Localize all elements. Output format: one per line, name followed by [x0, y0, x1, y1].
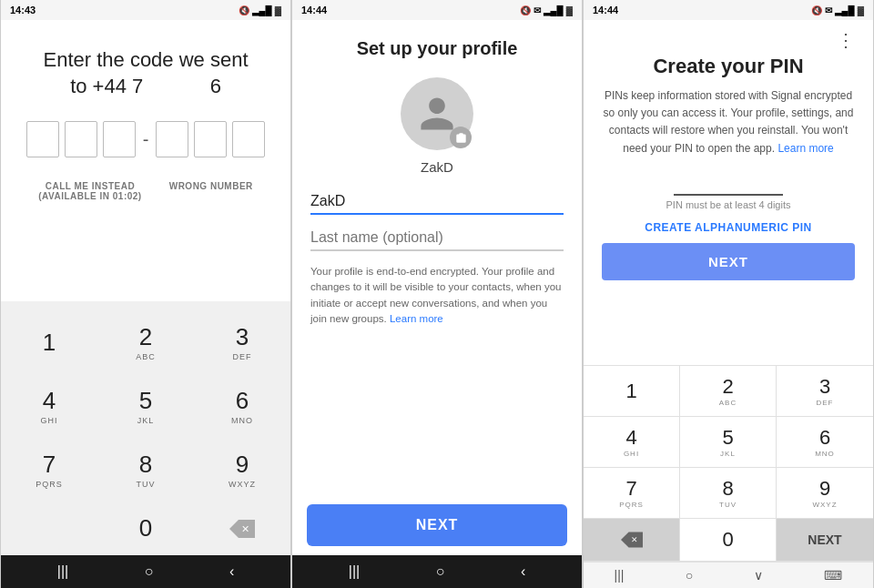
pin-digit: 8: [722, 477, 733, 501]
key-8[interactable]: 8TUV: [97, 438, 194, 502]
call-me-button[interactable]: CALL ME INSTEAD (AVAILABLE IN 01:02): [38, 181, 142, 201]
alphanumeric-link[interactable]: CREATE ALPHANUMERIC PIN: [645, 221, 812, 234]
pin-key-4[interactable]: 4 GHI: [584, 417, 680, 468]
wifi-icon-2: ▂▄█: [544, 5, 564, 15]
key-4[interactable]: 4GHI: [1, 374, 97, 438]
pin-digit: 9: [819, 477, 830, 501]
code-box-2[interactable]: [65, 121, 97, 157]
key-2[interactable]: 2ABC: [97, 310, 194, 374]
backspace-icon: ✕: [621, 532, 643, 548]
learn-more-link[interactable]: Learn more: [390, 313, 443, 324]
next-button-2[interactable]: NEXT: [307, 504, 567, 546]
code-box-3[interactable]: [103, 121, 136, 157]
nav-home-icon-2[interactable]: ○: [436, 563, 445, 580]
svg-text:✕: ✕: [630, 534, 637, 544]
profile-note: Your profile is end-to-end encrypted. Yo…: [310, 264, 564, 327]
pin-digit: 7: [625, 477, 636, 501]
wrong-number-button[interactable]: WRONG NUMBER: [169, 181, 253, 201]
pin-letters: TUV: [719, 501, 737, 509]
status-icons-2: 🔇 ✉ ▂▄█ ▓: [520, 5, 573, 15]
code-inputs: -: [26, 121, 266, 157]
key-6[interactable]: 6MNO: [194, 374, 290, 438]
pin-digit: 1: [625, 380, 636, 403]
pin-content: ⋮ Create your PIN PINs keep information …: [584, 20, 873, 365]
key-5[interactable]: 5JKL: [97, 374, 194, 438]
last-name-input[interactable]: [310, 226, 564, 251]
wifi-icon: ▂▄█: [252, 5, 272, 15]
profile-content: Set up your profile ZakD Your profile is…: [292, 20, 582, 495]
nav-back-icon-2[interactable]: ‹: [521, 563, 525, 580]
silent-icon-3: 🔇: [811, 5, 822, 15]
code-box-5[interactable]: [194, 121, 227, 157]
pin-key-9[interactable]: 9 WXYZ: [777, 468, 873, 519]
key-7[interactable]: 7PQRS: [1, 438, 97, 502]
pin-letters: JKL: [720, 450, 736, 458]
phone-verification: 14:43 🔇 ▂▄█ ▓ Enter the code we sent to …: [0, 0, 291, 588]
key-1[interactable]: 1: [1, 310, 97, 374]
pin-hint: PIN must be at least 4 digits: [666, 199, 791, 210]
verification-title: Enter the code we sent to +44 7 6: [43, 47, 248, 99]
pin-description: PINs keep information stored with Signal…: [602, 87, 855, 157]
pin-next-key[interactable]: NEXT: [777, 519, 873, 562]
notification-icon-3: ✉: [825, 5, 832, 15]
time-3: 14:44: [593, 5, 618, 15]
nav-keyboard-icon[interactable]: ⌨: [824, 568, 842, 583]
more-options-icon[interactable]: ⋮: [837, 29, 855, 51]
pin-key-7[interactable]: 7 PQRS: [584, 468, 680, 519]
nav-recent-icon-2[interactable]: |||: [349, 563, 360, 580]
pin-learn-more-link[interactable]: Learn more: [777, 142, 833, 155]
notification-icon: ✉: [534, 5, 541, 15]
pin-digit: 3: [819, 375, 830, 399]
pin-digit: 6: [819, 426, 830, 450]
nav-chevron-down-icon[interactable]: ∨: [754, 568, 763, 583]
pin-digit: 2: [722, 375, 733, 399]
time-2: 14:44: [301, 5, 327, 15]
nav-bar-1: ||| ○ ‹: [1, 555, 290, 588]
pin-numpad: 1 2 ABC 3 DEF 4 GHI 5 JKL 6 MNO: [584, 365, 873, 562]
pin-letters: WXYZ: [812, 501, 837, 509]
status-bar-3: 14:44 🔇 ✉ ▂▄█ ▓: [584, 0, 873, 20]
battery-icon-3: ▓: [858, 5, 864, 15]
pin-key-0[interactable]: 0: [680, 519, 777, 562]
next-button-3[interactable]: NEXT: [602, 243, 855, 280]
nav-home-icon[interactable]: ○: [145, 563, 154, 580]
nav-recent-icon[interactable]: |||: [57, 563, 68, 580]
profile-title: Set up your profile: [357, 38, 518, 59]
pin-digit: 0: [722, 528, 733, 552]
pin-letters: GHI: [624, 450, 639, 458]
status-icons-3: 🔇 ✉ ▂▄█ ▓: [811, 5, 864, 15]
code-box-4[interactable]: [156, 121, 188, 157]
pin-input[interactable]: [674, 170, 783, 196]
pin-key-6[interactable]: 6 MNO: [777, 417, 873, 468]
key-3[interactable]: 3DEF: [194, 310, 290, 374]
key-9[interactable]: 9WXYZ: [194, 438, 290, 502]
key-0[interactable]: 0: [97, 502, 194, 555]
pin-letters: ABC: [719, 399, 737, 407]
pin-key-3[interactable]: 3 DEF: [777, 366, 873, 417]
pin-letters: PQRS: [619, 501, 644, 509]
pin-letters: MNO: [815, 450, 835, 458]
pin-key-2[interactable]: 2 ABC: [680, 366, 777, 417]
avatar-name: ZakD: [421, 159, 453, 175]
code-box-1[interactable]: [26, 121, 59, 157]
nav-back-icon[interactable]: ‹: [229, 563, 234, 580]
camera-badge[interactable]: [450, 127, 472, 148]
pin-backspace[interactable]: ✕: [584, 519, 680, 562]
battery-icon-2: ▓: [566, 5, 573, 15]
nav-recent-icon-3[interactable]: |||: [615, 568, 625, 583]
nav-home-icon-3[interactable]: ○: [686, 568, 693, 583]
numpad-grid-1: 1 2ABC 3DEF 4GHI 5JKL 6MNO 7PQRS 8TUV 9W…: [1, 310, 290, 555]
pin-key-8[interactable]: 8 TUV: [680, 468, 777, 519]
code-box-6[interactable]: [232, 121, 265, 157]
pin-key-1[interactable]: 1: [584, 366, 680, 417]
key-empty: [1, 502, 97, 555]
pin-letters: DEF: [817, 399, 834, 407]
backspace-button[interactable]: ✕: [194, 502, 290, 555]
verification-content: Enter the code we sent to +44 7 6 - CALL…: [1, 20, 290, 301]
svg-text:✕: ✕: [241, 523, 249, 534]
first-name-input[interactable]: [310, 189, 564, 215]
pin-key-5[interactable]: 5 JKL: [680, 417, 777, 468]
nav-bar-2: ||| ○ ‹: [292, 555, 582, 588]
numpad-area-1: 1 2ABC 3DEF 4GHI 5JKL 6MNO 7PQRS 8TUV 9W…: [1, 301, 290, 555]
avatar-container[interactable]: [401, 77, 473, 150]
